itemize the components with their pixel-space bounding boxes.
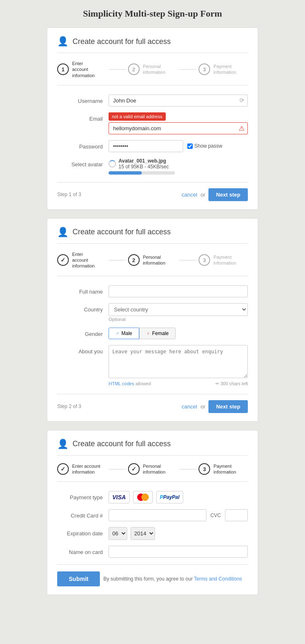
form3-step1-label: Enter accountinformation xyxy=(72,463,100,475)
form1-cancel-link[interactable]: cancel xyxy=(182,192,197,198)
country-select[interactable]: Select country xyxy=(109,303,248,316)
form1-steps: 1 Enteraccount information 2 Personal in… xyxy=(57,61,248,85)
form3-step2-label: Personal information xyxy=(143,463,177,475)
mastercard-card[interactable] xyxy=(133,491,153,503)
aboutyou-textarea[interactable] xyxy=(109,345,248,378)
email-control: not a valid email address ⚠ xyxy=(109,112,248,134)
avatar-filename: Avatar_001_web.jpg xyxy=(119,158,169,164)
form2-title: Create account for full access xyxy=(73,228,171,236)
exp-month-select[interactable]: 06 xyxy=(109,527,127,540)
step3-item: 3 Payment information xyxy=(198,63,248,75)
avatar-file-info: Avatar_001_web.jpg 15 of 95KB - 45KB/sec xyxy=(119,158,169,170)
step2-info: Step 2 of 3 xyxy=(57,403,81,409)
paypal-logo: PPayPal xyxy=(160,494,179,500)
email-row: Email not a valid email address ⚠ xyxy=(57,112,248,134)
gender-male-button[interactable]: ♂ Male xyxy=(109,328,139,339)
email-input[interactable] xyxy=(109,122,248,134)
error-icon: ⚠ xyxy=(239,124,244,132)
gender-female-button[interactable]: ♀ Female xyxy=(139,328,176,339)
form3-step1-circle xyxy=(57,463,69,475)
step1-item: 1 Enteraccount information xyxy=(57,61,107,78)
step-divider-2 xyxy=(179,69,196,70)
cvc-input[interactable] xyxy=(225,509,248,521)
fullname-row: Full name xyxy=(57,285,248,297)
submit-button[interactable]: Submit xyxy=(57,571,100,586)
form3-step3-circle: 3 xyxy=(198,463,210,475)
paypal-card[interactable]: PPayPal xyxy=(156,491,183,503)
form2-divider-2 xyxy=(179,260,196,260)
expiration-row: Expiration date 06 2014 xyxy=(57,527,248,540)
form2-footer-actions: cancel or Next step xyxy=(182,400,248,413)
form3-divider-1 xyxy=(109,469,126,469)
visa-logo: VISA xyxy=(112,494,126,501)
form2-step3-circle: 3 xyxy=(198,254,210,266)
step1-circle: 1 xyxy=(57,63,69,75)
form2-step1-circle xyxy=(57,254,69,266)
form2-steps: Enteraccount information 2 Personal info… xyxy=(57,251,248,276)
password-input[interactable] xyxy=(109,140,183,152)
step2-label: Personal information xyxy=(143,63,177,75)
textarea-footer: HTML codes allowed ✏ 300 chars left xyxy=(109,381,248,386)
cc-row: CVC xyxy=(109,509,248,521)
terms-text: By submitting this form, you agree to ou… xyxy=(103,576,242,582)
form2-footer: Step 2 of 3 cancel or Next step xyxy=(57,394,248,413)
textarea-html-info: HTML codes allowed xyxy=(109,381,151,386)
fullname-input[interactable] xyxy=(109,285,248,297)
username-row: Username ⟳ xyxy=(57,95,248,107)
avatar-progress-fill xyxy=(109,171,142,175)
form3-divider-2 xyxy=(179,469,196,469)
avatar-label: Select avatar xyxy=(57,158,103,168)
aboutyou-control: HTML codes allowed ✏ 300 chars left xyxy=(109,345,248,386)
form2-or-text: or xyxy=(201,403,206,410)
username-input[interactable] xyxy=(109,95,248,107)
show-password-checkbox[interactable] xyxy=(187,143,193,149)
creditcard-control: CVC xyxy=(109,509,248,521)
form1-footer: Step 1 of 3 cancel or Next step xyxy=(57,182,248,201)
payment-type-label: Payment type xyxy=(57,491,103,501)
male-icon: ♂ xyxy=(116,331,119,336)
form1-next-button[interactable]: Next step xyxy=(208,188,248,201)
mc-orange-circle xyxy=(141,493,149,501)
password-control: Show passw xyxy=(109,140,248,152)
fullname-label: Full name xyxy=(57,285,103,295)
step-divider-1 xyxy=(109,69,126,70)
password-row-inner: Show passw xyxy=(109,140,248,152)
country-control: Select country Optional xyxy=(109,303,248,322)
name-on-card-input[interactable] xyxy=(109,546,248,558)
form2-cancel-link[interactable]: cancel xyxy=(182,403,197,410)
show-password-label[interactable]: Show passw xyxy=(187,143,222,149)
avatar-size: 15 of 95KB - 45KB/sec xyxy=(119,164,169,170)
exp-year-select[interactable]: 2014 xyxy=(131,527,155,540)
form1-footer-actions: cancel or Next step xyxy=(182,188,248,201)
form1-or-text: or xyxy=(201,192,206,198)
html-codes-link[interactable]: HTML codes xyxy=(109,381,134,386)
email-label: Email xyxy=(57,112,103,122)
payment-cards: VISA PPayPal xyxy=(109,491,248,503)
form2-step1-label: Enteraccount information xyxy=(72,251,107,269)
name-on-card-control xyxy=(109,546,248,558)
gender-female-label: Female xyxy=(152,331,169,336)
avatar-spinner xyxy=(109,160,116,168)
gender-control: ♂ Male ♀ Female xyxy=(109,328,248,339)
avatar-file-row: Avatar_001_web.jpg 15 of 95KB - 45KB/sec xyxy=(109,158,248,170)
form3-footer: Submit By submitting this form, you agre… xyxy=(57,564,248,586)
form2-next-button[interactable]: Next step xyxy=(208,400,248,413)
visa-card[interactable]: VISA xyxy=(109,491,130,503)
step3-circle: 3 xyxy=(198,63,210,75)
terms-link[interactable]: Terms and Conditions xyxy=(194,576,242,582)
form3-header: 👤 Create account for full access xyxy=(57,439,248,456)
form3-steps: Enter accountinformation Personal inform… xyxy=(57,463,248,482)
avatar-control: Avatar_001_web.jpg 15 of 95KB - 45KB/sec xyxy=(109,158,248,175)
creditcard-input[interactable] xyxy=(109,509,206,521)
password-label: Password xyxy=(57,140,103,150)
form3-step1-item: Enter accountinformation xyxy=(57,463,107,475)
show-password-text: Show passw xyxy=(194,143,222,149)
fullname-control xyxy=(109,285,248,297)
page-title: Simplicity Multi-step Sign-up Form xyxy=(0,8,305,19)
paypal-p: P xyxy=(160,494,163,500)
loading-icon: ⟳ xyxy=(240,97,244,104)
form3-step3-label: Payment information xyxy=(213,463,248,475)
form2-step2-item: 2 Personal information xyxy=(128,254,177,266)
user-icon-3: 👤 xyxy=(57,439,68,450)
step2-circle: 2 xyxy=(128,63,140,75)
